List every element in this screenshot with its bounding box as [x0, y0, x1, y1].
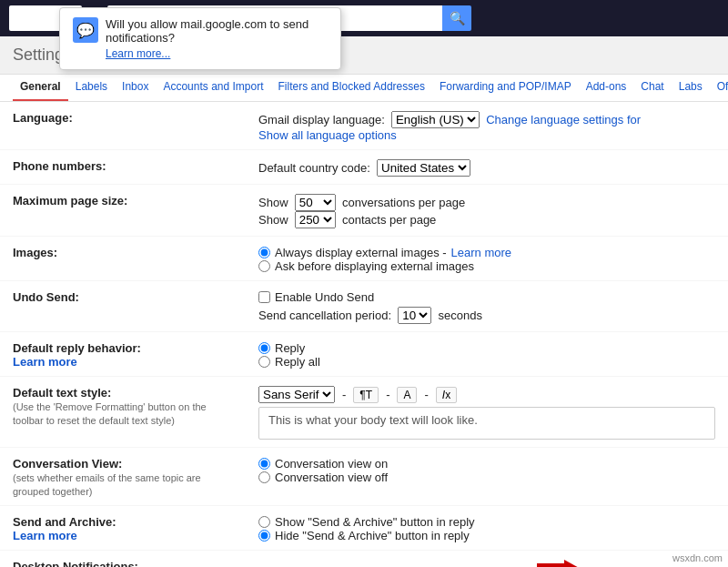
reply-value: Reply Reply all: [246, 332, 728, 377]
conv-off-radio[interactable]: [258, 471, 270, 483]
notification-popup: 💬 Will you allow mail.google.com to send…: [59, 7, 341, 70]
always-display-radio[interactable]: [258, 247, 270, 258]
country-code-label: Default country code:: [258, 161, 370, 175]
font-color-btn[interactable]: A: [397, 387, 417, 403]
images-learn-more-link[interactable]: Learn more: [451, 246, 511, 259]
desktop-notif-enable-row: Click here to enable desktop notificatio…: [258, 560, 715, 567]
reply-radio-row: Reply: [258, 341, 715, 355]
show-sendarchive-radio-row: Show "Send & Archive" button in reply: [258, 515, 715, 529]
enable-undo-row: Enable Undo Send: [258, 290, 715, 304]
phone-label: Phone numbers:: [0, 150, 246, 185]
conv-off-radio-row: Conversation view off: [258, 471, 715, 484]
notif-learn-more-link[interactable]: Learn more...: [106, 47, 328, 60]
country-code-select[interactable]: United States: [377, 159, 470, 177]
tab-forwarding[interactable]: Forwarding and POP/IMAP: [432, 75, 579, 101]
notif-message-text: Will you allow mail.google.com to send n…: [106, 17, 308, 45]
enable-undo-label: Enable Undo Send: [275, 290, 374, 304]
conv-on-label: Conversation view on: [275, 457, 388, 471]
language-label: Language:: [0, 102, 246, 150]
reply-all-label: Reply all: [275, 355, 320, 369]
reply-all-radio-row: Reply all: [258, 355, 715, 369]
reply-all-radio[interactable]: [258, 356, 270, 368]
language-row: Language: Gmail display language: Englis…: [0, 102, 728, 150]
conversation-label: Conversation View: (sets whether emails …: [0, 448, 246, 506]
change-language-link[interactable]: Change language settings for: [486, 113, 641, 127]
conversation-sub: (sets whether emails of the same topic a…: [13, 472, 201, 497]
enable-undo-checkbox[interactable]: [258, 291, 270, 303]
gmail-display-language-label: Gmail display language:: [258, 113, 385, 127]
paragraph-toolbar-btn[interactable]: ¶T: [353, 387, 379, 403]
reply-label: Default reply behavior: Learn more: [0, 332, 246, 377]
sendarchive-value: Show "Send & Archive" button in reply Hi…: [246, 506, 728, 551]
tab-labels[interactable]: Labels: [68, 75, 115, 101]
show-sendarchive-label: Show "Send & Archive" button in reply: [275, 515, 475, 529]
pagesize-label: Maximum page size:: [0, 185, 246, 237]
conversations-per-page-text: conversations per page: [342, 196, 465, 209]
text-style-preview: This is what your body text will look li…: [258, 407, 715, 440]
tab-labs[interactable]: Labs: [672, 75, 710, 101]
tab-filters[interactable]: Filters and Blocked Addresses: [271, 75, 432, 101]
reply-learn-more-link[interactable]: Learn more: [13, 355, 77, 369]
show2-label: Show: [258, 213, 288, 227]
hide-sendarchive-radio[interactable]: [258, 530, 270, 542]
conv-on-radio-row: Conversation view on: [258, 457, 715, 471]
show-sendarchive-radio[interactable]: [258, 516, 270, 528]
desktop-notif-label: Desktop Notifications: (allows Gmail to …: [0, 551, 246, 568]
textstyle-row: Default text style: (Use the 'Remove For…: [0, 377, 728, 448]
tab-addons[interactable]: Add-ons: [579, 75, 634, 101]
clear-formatting-btn[interactable]: Ix: [436, 387, 457, 403]
period-unit-label: seconds: [438, 309, 481, 322]
textstyle-label: Default text style: (Use the 'Remove For…: [0, 377, 246, 448]
text-toolbar: Sans Serif - ¶T - A - Ix: [258, 386, 715, 403]
ask-before-radio[interactable]: [258, 260, 270, 272]
font-select[interactable]: Sans Serif: [258, 386, 335, 403]
settings-content: Language: Gmail display language: Englis…: [0, 102, 728, 567]
textstyle-value: Sans Serif - ¶T - A - Ix This is what yo…: [246, 377, 728, 448]
conv-on-radio[interactable]: [258, 458, 270, 470]
images-label: Images:: [0, 237, 246, 281]
always-display-label: Always display external images -: [275, 246, 447, 259]
period-label: Send cancellation period:: [258, 309, 391, 322]
contacts-per-page-text: contacts per page: [342, 213, 436, 227]
show-all-languages-link[interactable]: Show all language options: [258, 128, 397, 142]
always-display-radio-row: Always display external images - Learn m…: [258, 246, 715, 259]
notif-top: 💬 Will you allow mail.google.com to send…: [73, 17, 328, 60]
cancellation-period-select[interactable]: 1052030: [398, 307, 431, 324]
tab-accounts-import[interactable]: Accounts and Import: [156, 75, 270, 101]
ask-before-radio-row: Ask before displaying external images: [258, 259, 715, 273]
hide-sendarchive-radio-row: Hide "Send & Archive" button in reply: [258, 529, 715, 542]
textstyle-sub: (Use the 'Remove Formatting' button on t…: [13, 401, 207, 426]
conversation-row: Conversation View: (sets whether emails …: [0, 448, 728, 506]
tab-chat[interactable]: Chat: [633, 75, 671, 101]
notif-chat-icon: 💬: [73, 17, 98, 43]
tab-offline[interactable]: Offline: [710, 75, 728, 101]
images-row: Images: Always display external images -…: [0, 237, 728, 281]
conversations-per-page-select[interactable]: 5025100: [295, 194, 336, 211]
language-select[interactable]: English (US): [391, 111, 480, 128]
contacts-per-page-select[interactable]: 25050100: [295, 211, 336, 228]
show1-label: Show: [258, 196, 288, 209]
nav-tabs: General Labels Inbox Accounts and Import…: [0, 75, 728, 102]
reply-row: Default reply behavior: Learn more Reply…: [0, 332, 728, 377]
tab-general[interactable]: General: [13, 75, 68, 101]
red-arrow-icon: [537, 560, 582, 567]
phone-value: Default country code: United States: [246, 150, 728, 185]
sendarchive-learn-more-link[interactable]: Learn more: [13, 529, 77, 542]
ask-before-label: Ask before displaying external images: [275, 259, 474, 273]
tab-inbox[interactable]: Inbox: [115, 75, 156, 101]
desktop-notif-row: Desktop Notifications: (allows Gmail to …: [0, 551, 728, 568]
undo-row: Undo Send: Enable Undo Send Send cancell…: [0, 281, 728, 332]
desktop-notif-value: Click here to enable desktop notificatio…: [246, 551, 728, 568]
sendarchive-row: Send and Archive: Learn more Show "Send …: [0, 506, 728, 551]
search-button[interactable]: 🔍: [442, 5, 471, 31]
pagesize-row: Maximum page size: Show 5025100 conversa…: [0, 185, 728, 237]
phone-row: Phone numbers: Default country code: Uni…: [0, 150, 728, 185]
settings-table: Language: Gmail display language: Englis…: [0, 102, 728, 567]
hide-sendarchive-label: Hide "Send & Archive" button in reply: [275, 529, 470, 542]
undo-label: Undo Send:: [0, 281, 246, 332]
svg-marker-0: [537, 560, 582, 567]
cancellation-period-row: Send cancellation period: 1052030 second…: [258, 307, 715, 324]
conv-off-label: Conversation view off: [275, 471, 388, 484]
notif-message: Will you allow mail.google.com to send n…: [106, 17, 328, 60]
reply-radio[interactable]: [258, 342, 270, 354]
